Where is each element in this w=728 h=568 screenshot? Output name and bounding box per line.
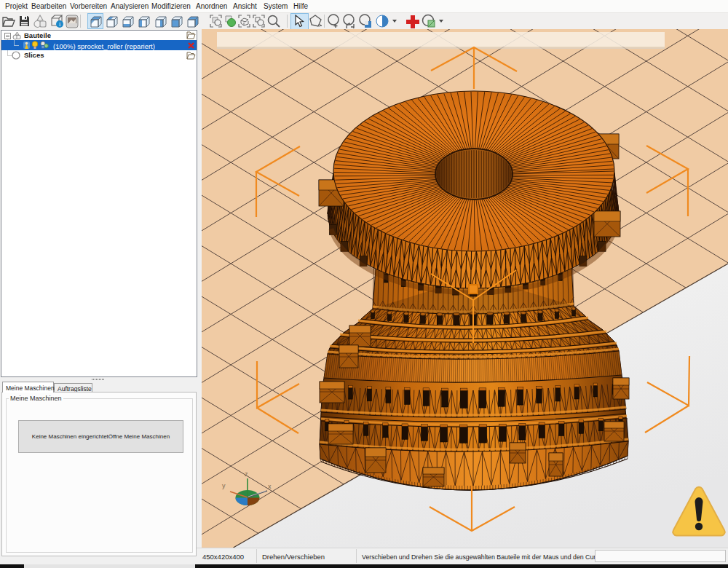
- svg-text:x: x: [268, 483, 272, 490]
- svg-text:z: z: [245, 470, 248, 478]
- svg-text:y: y: [222, 482, 226, 489]
